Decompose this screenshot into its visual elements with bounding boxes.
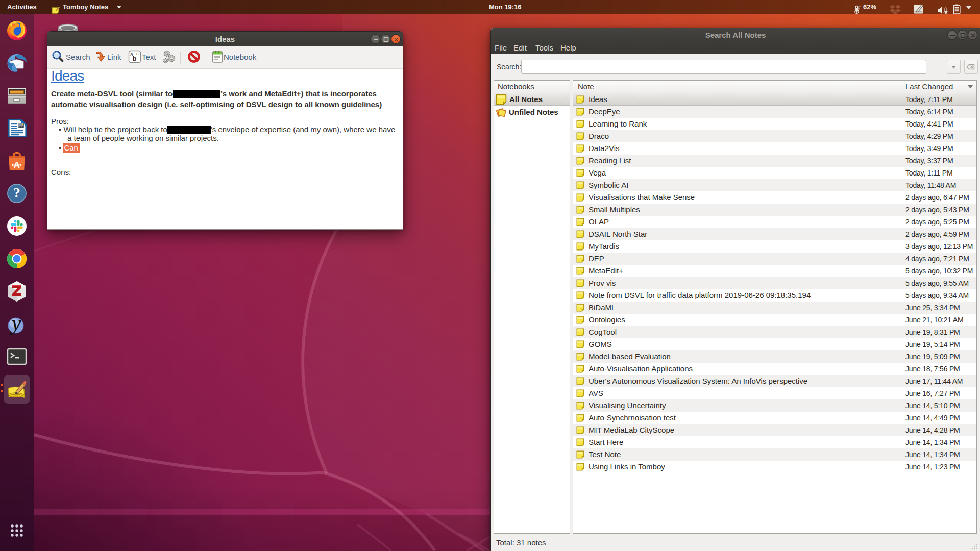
svg-text:?: ? [13,185,20,201]
svg-text:c: c [136,51,139,56]
svg-text:b: b [133,55,136,62]
svg-text:A: A [14,160,20,170]
svg-text:y: y [10,313,21,335]
